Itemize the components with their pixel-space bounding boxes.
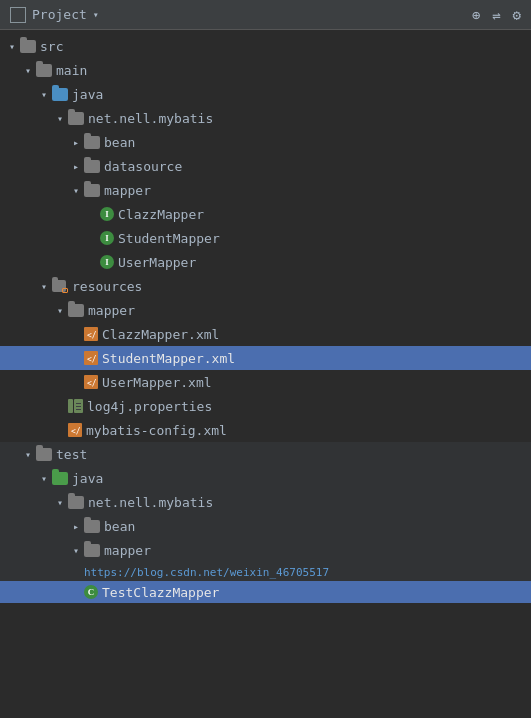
tree-item[interactable]: java: [0, 82, 531, 106]
tree-item[interactable]: </> StudentMapper.xml: [0, 346, 531, 370]
interface-icon: I: [100, 207, 114, 221]
watermark-bg: https://blog.csdn.net/weixin_46705517 C …: [0, 562, 531, 603]
class-icon: C: [84, 585, 98, 599]
folder-icon: [84, 136, 100, 149]
java-folder-icon: [52, 88, 68, 101]
xml-icon: </>: [86, 377, 96, 387]
tree-item[interactable]: mapper: [0, 178, 531, 202]
folder-icon: [84, 544, 100, 557]
tree-item[interactable]: net.nell.mybatis: [0, 106, 531, 130]
tree-item[interactable]: main: [0, 58, 531, 82]
folder-icon: [84, 160, 100, 173]
item-label: bean: [104, 519, 135, 534]
svg-text:</>: </>: [87, 379, 96, 387]
item-label: mybatis-config.xml: [86, 423, 227, 438]
folder-icon: [84, 520, 100, 533]
tree-item[interactable]: datasource: [0, 154, 531, 178]
collapse-icon[interactable]: ⇌: [492, 7, 500, 23]
item-label: main: [56, 63, 87, 78]
xml-icon: </>: [86, 329, 96, 339]
tree-item[interactable]: </> mybatis-config.xml: [0, 418, 531, 442]
item-label: src: [40, 39, 63, 54]
folder-icon: [84, 184, 100, 197]
item-label: java: [72, 471, 103, 486]
tree-arrow: [36, 89, 52, 100]
project-window-icon: [10, 7, 26, 23]
item-label: test: [56, 447, 87, 462]
item-label: bean: [104, 135, 135, 150]
project-title: Project: [32, 7, 87, 22]
interface-icon: I: [100, 231, 114, 245]
folder-icon: [36, 448, 52, 461]
watermark-item: C TestClazzMapper: [0, 581, 531, 603]
tree-arrow: [52, 113, 68, 124]
folder-icon: [68, 304, 84, 317]
item-label: datasource: [104, 159, 182, 174]
tree-arrow: [68, 161, 84, 172]
svg-text:</>: </>: [87, 331, 96, 339]
item-label: net.nell.mybatis: [88, 111, 213, 126]
item-label: ClazzMapper.xml: [102, 327, 219, 342]
tree-item[interactable]: bean: [0, 514, 531, 538]
tree-arrow: [52, 497, 68, 508]
item-label: mapper: [104, 543, 151, 558]
watermark-url: https://blog.csdn.net/weixin_46705517: [0, 564, 531, 581]
tree-item[interactable]: src: [0, 34, 531, 58]
item-label: StudentMapper.xml: [102, 351, 235, 366]
folder-icon: [36, 64, 52, 77]
settings-icon[interactable]: ⚙: [513, 7, 521, 23]
java-test-folder-icon: [52, 472, 68, 485]
item-label: log4j.properties: [87, 399, 212, 414]
watermark-container: https://blog.csdn.net/weixin_46705517 C …: [0, 562, 531, 603]
title-actions: ⊕ ⇌ ⚙: [472, 7, 521, 23]
title-dropdown-arrow[interactable]: ▾: [93, 9, 99, 20]
tree-item[interactable]: mapper: [0, 538, 531, 562]
project-tree: src main java net.nell.mybatis bean data…: [0, 30, 531, 718]
xml-icon: </>: [70, 425, 80, 435]
globe-icon[interactable]: ⊕: [472, 7, 480, 23]
tree-arrow: [52, 305, 68, 316]
folder-icon: [20, 40, 36, 53]
tree-item[interactable]: </> ClazzMapper.xml: [0, 322, 531, 346]
tree-item[interactable]: java: [0, 466, 531, 490]
folder-icon: [68, 496, 84, 509]
tree-arrow: [20, 65, 36, 76]
svg-text:</>: </>: [87, 355, 96, 363]
tree-arrow: [68, 545, 84, 556]
tree-item[interactable]: net.nell.mybatis: [0, 490, 531, 514]
tree-item[interactable]: test: [0, 442, 531, 466]
tree-arrow: [36, 473, 52, 484]
tree-arrow: [68, 185, 84, 196]
item-label: UserMapper.xml: [102, 375, 212, 390]
tree-item[interactable]: resources: [0, 274, 531, 298]
item-label: resources: [72, 279, 142, 294]
tree-arrow: [20, 449, 36, 460]
watermark-label: TestClazzMapper: [102, 585, 219, 600]
tree-arrow: [4, 41, 20, 52]
xml-icon: </>: [86, 353, 96, 363]
title-left: Project ▾: [10, 7, 99, 23]
item-label: ClazzMapper: [118, 207, 204, 222]
tree-item[interactable]: I StudentMapper: [0, 226, 531, 250]
tree-item[interactable]: mapper: [0, 298, 531, 322]
item-label: net.nell.mybatis: [88, 495, 213, 510]
item-label: mapper: [88, 303, 135, 318]
item-label: mapper: [104, 183, 151, 198]
folder-icon: [68, 112, 84, 125]
item-label: StudentMapper: [118, 231, 220, 246]
tree-arrow: [36, 281, 52, 292]
svg-text:</>: </>: [71, 427, 80, 435]
tree-item[interactable]: I ClazzMapper: [0, 202, 531, 226]
tree-item[interactable]: I UserMapper: [0, 250, 531, 274]
tree-arrow: [68, 521, 84, 532]
item-label: java: [72, 87, 103, 102]
tree-item[interactable]: log4j.properties: [0, 394, 531, 418]
title-bar: Project ▾ ⊕ ⇌ ⚙: [0, 0, 531, 30]
interface-icon: I: [100, 255, 114, 269]
item-label: UserMapper: [118, 255, 196, 270]
tree-item[interactable]: bean: [0, 130, 531, 154]
tree-arrow: [68, 137, 84, 148]
tree-item[interactable]: </> UserMapper.xml: [0, 370, 531, 394]
